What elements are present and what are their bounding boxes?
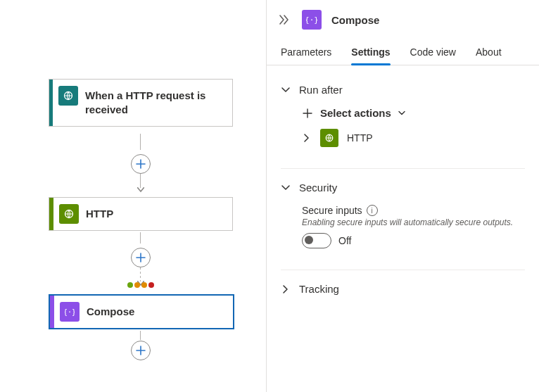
svg-point-5 [326,134,333,141]
section-heading: Tracking [299,283,339,295]
info-icon[interactable]: i [367,205,378,216]
node-label: Compose [87,296,143,328]
section-run-after-toggle[interactable]: Run after [281,84,525,96]
add-step-button-1[interactable] [131,154,151,174]
chevron-down-icon [281,183,291,193]
svg-point-1 [65,92,72,100]
node-trigger[interactable]: When a HTTP request is received [49,79,233,127]
add-step-button-2[interactable] [131,248,151,267]
secure-inputs-hint: Enabling secure inputs will automaticall… [302,217,525,227]
section-heading: Security [299,182,337,194]
secure-inputs-label: Secure inputs [302,205,362,216]
node-compose[interactable]: {·} Compose [49,294,234,329]
section-tracking-toggle[interactable]: Tracking [281,283,525,295]
chevron-down-icon [398,107,405,119]
svg-text:{·}: {·} [65,308,75,316]
node-label: When a HTTP request is received [85,80,232,126]
http-action-icon [320,129,338,147]
toggle-state-label: Off [338,235,351,246]
workflow-canvas[interactable]: When a HTTP request is received HTTP {·}… [0,0,266,392]
secure-inputs-toggle[interactable] [302,233,331,248]
chevron-down-icon [281,85,291,95]
panel-tabs: Parameters Settings Code view About [267,42,539,65]
section-security-toggle[interactable]: Security [281,182,525,194]
tab-settings[interactable]: Settings [351,42,390,65]
tab-about[interactable]: About [476,42,502,65]
run-after-action-row[interactable]: HTTP [302,129,525,147]
http-trigger-icon [58,86,78,106]
tab-parameters[interactable]: Parameters [281,42,331,65]
svg-point-2 [65,210,73,218]
run-after-action-label: HTTP [347,132,373,144]
run-after-status-dots [127,282,154,288]
collapse-panel-button[interactable] [277,12,292,27]
tab-code-view[interactable]: Code view [410,42,456,65]
chevron-right-icon [281,284,291,294]
compose-icon: {·} [302,10,322,30]
section-heading: Run after [299,84,343,96]
add-step-button-3[interactable] [131,341,151,360]
select-actions-button[interactable]: Select actions [302,106,525,129]
compose-icon: {·} [60,302,80,322]
svg-text:{·}: {·} [306,15,317,25]
select-actions-label: Select actions [320,107,391,119]
node-http[interactable]: HTTP [49,197,233,231]
plus-icon [302,108,313,119]
panel-title: Compose [331,14,379,26]
node-label: HTTP [86,198,122,230]
http-action-icon [59,204,79,224]
chevron-right-icon [302,133,312,143]
action-settings-panel: {·} Compose Parameters Settings Code vie… [266,0,539,392]
